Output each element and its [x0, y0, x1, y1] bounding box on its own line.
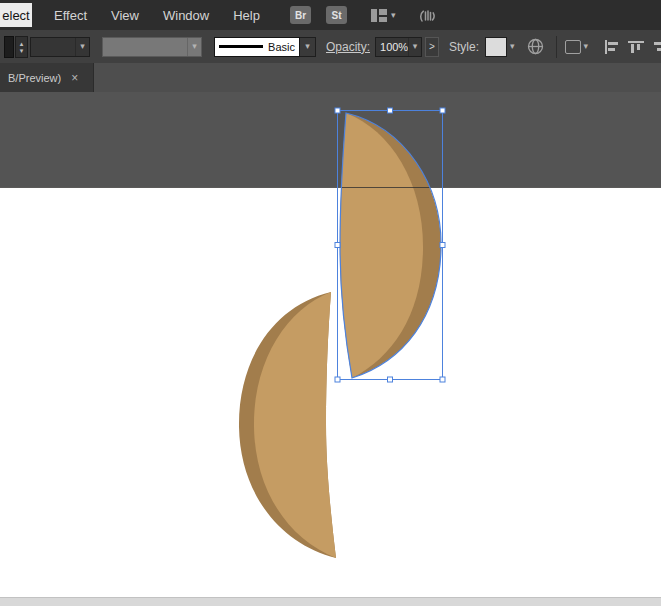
brush-definition-dropdown[interactable]: ▾ [102, 37, 202, 57]
chevron-down-icon: ▾ [305, 42, 310, 51]
stock-icon[interactable]: St [326, 6, 347, 24]
control-bar: ▴ ▾ ▾ ▾ Basic ▾ Opacity: 100% ▾ > Style:… [0, 30, 661, 64]
align-left-icon[interactable] [604, 40, 620, 54]
artboard-options[interactable]: ▾ [565, 40, 589, 54]
stroke-preview-line [219, 45, 263, 48]
stroke-style-caret[interactable]: ▾ [300, 37, 316, 57]
menu-item-window[interactable]: Window [161, 8, 211, 23]
canvas[interactable] [0, 92, 661, 606]
artboard-icon [565, 40, 581, 54]
document-tab-label: B/Preview) [8, 72, 61, 84]
chevron-down-icon: ▾ [413, 42, 418, 51]
stroke-weight-dropdown[interactable]: ▾ [30, 37, 90, 57]
gesture-icon[interactable] [418, 7, 437, 23]
workspace-layout-icon [371, 9, 387, 22]
chevron-down-icon: ▾ [391, 11, 396, 20]
more-options-button[interactable]: > [425, 37, 439, 57]
document-tab[interactable]: B/Preview) × [0, 63, 94, 92]
opacity-label[interactable]: Opacity: [326, 40, 370, 54]
stroke-weight-stepper[interactable]: ▴ ▾ [15, 36, 28, 58]
chevron-down-icon: ▾ [192, 42, 197, 51]
opacity-dropdown[interactable]: 100% ▾ [375, 37, 422, 57]
hand-icon [418, 7, 437, 23]
artboard-edge [0, 187, 661, 188]
menu-bar: elect Effect View Window Help Br St ▾ [0, 0, 661, 31]
chevron-down-icon: ▾ [80, 42, 85, 51]
style-swatch [485, 37, 507, 57]
style-dropdown[interactable]: ▾ [485, 37, 515, 57]
globe-icon[interactable] [527, 38, 544, 55]
align-buttons [604, 30, 661, 63]
menu-item-view[interactable]: View [109, 8, 141, 23]
divider [556, 36, 557, 58]
menu-item-help[interactable]: Help [231, 8, 262, 23]
horizontal-scrollbar[interactable] [0, 597, 661, 606]
stepper-up-icon[interactable]: ▴ [20, 40, 24, 47]
opacity-value: 100% [376, 41, 408, 53]
workspace-switcher[interactable]: ▾ [371, 9, 396, 22]
menu-item-effect[interactable]: Effect [52, 8, 89, 23]
bottom-leaf-body[interactable] [254, 292, 336, 558]
stroke-weight-input[interactable] [4, 36, 14, 58]
style-label: Style: [449, 40, 479, 54]
align-right-icon[interactable] [652, 40, 661, 54]
stroke-style-label: Basic [268, 41, 295, 53]
document-tab-bar: B/Preview) × [0, 63, 661, 92]
artwork-layer [0, 92, 661, 606]
chevron-down-icon: ▾ [584, 42, 589, 51]
stroke-style-dropdown[interactable]: Basic [214, 37, 300, 57]
stepper-down-icon[interactable]: ▾ [20, 47, 24, 54]
menu-item-select[interactable]: elect [0, 3, 32, 27]
close-icon[interactable]: × [71, 71, 78, 85]
bridge-icon[interactable]: Br [290, 6, 311, 24]
chevron-down-icon: ▾ [510, 42, 515, 51]
align-top-icon[interactable] [628, 40, 644, 54]
